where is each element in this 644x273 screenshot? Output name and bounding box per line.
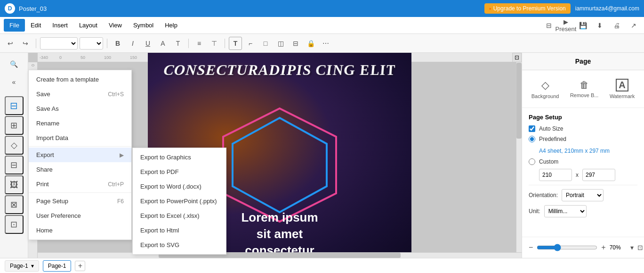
print-icon[interactable]: 🖨 <box>610 19 623 32</box>
save-icon[interactable]: 💾 <box>576 19 589 32</box>
page-setup-section: Page Setup Auto Size Predefined A4 sheet… <box>522 108 644 227</box>
export-to-graphics[interactable]: Export to Graphics <box>133 150 226 165</box>
crop-tool-button[interactable]: ⌐ <box>244 37 257 50</box>
bold-button[interactable]: B <box>111 37 124 50</box>
lock-button[interactable]: 🔒 <box>304 37 317 50</box>
export-to-pdf[interactable]: Export to PDF <box>133 165 226 179</box>
file-menu-home[interactable]: Home <box>29 223 131 238</box>
layers-sidebar-icon[interactable]: ⊟ <box>5 96 24 115</box>
zoom-out-button[interactable]: − <box>529 241 533 254</box>
file-menu-save[interactable]: Save Ctrl+S <box>29 87 131 101</box>
file-menu-import[interactable]: Import Data <box>29 131 131 145</box>
redo-button[interactable]: ↪ <box>19 37 32 50</box>
file-menu-share[interactable]: Share <box>29 162 131 177</box>
export-to-svg[interactable]: Export to SVG <box>133 238 226 252</box>
scroll-thumb-v <box>516 63 522 139</box>
right-panel: Page ◇ Background 🗑 Remove B... A Waterm… <box>522 53 644 258</box>
canvas-expand-button[interactable]: ⊡ <box>512 53 522 62</box>
pages-sidebar-icon[interactable]: ⊞ <box>5 116 24 135</box>
auto-size-label: Auto Size <box>539 125 563 132</box>
italic-button[interactable]: I <box>126 37 139 50</box>
unit-row: Unit: Millim... Inches Pixels <box>529 205 637 217</box>
file-menu-create-template[interactable]: Create from a template <box>29 72 131 87</box>
unit-select[interactable]: Millim... Inches Pixels <box>544 205 587 217</box>
export-to-excel[interactable]: Export to Excel (.xlsx) <box>133 208 226 223</box>
align-left-button[interactable]: ≡ <box>193 37 206 50</box>
toolbar-separator-3 <box>188 39 189 48</box>
vertical-scrollbar[interactable] <box>516 62 522 252</box>
file-menu: Create from a template Save Ctrl+S Save … <box>28 70 132 240</box>
present-button[interactable]: ▶ Present <box>559 19 572 32</box>
export-to-html[interactable]: Export to Html <box>133 223 226 238</box>
export-submenu: Export to Graphics Export to PDF Export … <box>132 148 226 255</box>
fullscreen-button[interactable]: ⊡ <box>637 241 643 254</box>
zoom-in-button[interactable]: + <box>601 241 605 254</box>
download-icon[interactable]: ⬇ <box>593 19 606 32</box>
zoom-dropdown-button[interactable]: ▾ <box>630 241 634 254</box>
font-size-select[interactable] <box>80 37 103 50</box>
svg-marker-1 <box>233 118 327 212</box>
add-page-button[interactable]: + <box>75 261 85 271</box>
undo-button[interactable]: ↩ <box>4 37 17 50</box>
orientation-select[interactable]: Portrait Landscape <box>562 189 604 201</box>
text-style-button[interactable]: T <box>171 37 185 50</box>
file-menu-rename[interactable]: Rename <box>29 116 131 131</box>
paper-size-badge[interactable]: A4 sheet, 210mm x 297 mm <box>539 146 637 155</box>
font-family-select[interactable] <box>40 37 78 50</box>
panel-icons-row: ◇ Background 🗑 Remove B... A Watermark <box>522 70 644 108</box>
watermark-panel-icon[interactable]: A Watermark <box>606 76 638 102</box>
width-input[interactable] <box>539 169 572 181</box>
more-button[interactable]: ⋯ <box>319 37 332 50</box>
align-top-button[interactable]: ⊤ <box>208 37 221 50</box>
monitor-icon[interactable]: ⊟ <box>542 19 555 32</box>
export-to-powerpoint[interactable]: Export to PowerPoint (.pptx) <box>133 194 226 208</box>
file-menu-export[interactable]: Export ▶ <box>29 148 131 162</box>
page-tab-selector[interactable]: Page-1 ▾ <box>5 260 39 272</box>
custom-row: Custom <box>529 158 637 165</box>
menu-layout[interactable]: Layout <box>73 19 103 32</box>
file-menu-save-as[interactable]: Save As <box>29 101 131 116</box>
auto-size-checkbox[interactable] <box>529 125 535 132</box>
text-tool-button[interactable]: T <box>229 37 242 50</box>
export-to-word[interactable]: Export to Word (.docx) <box>133 179 226 194</box>
share-icon[interactable]: ↗ <box>627 19 640 32</box>
svg-marker-0 <box>223 108 336 222</box>
menu-view[interactable]: View <box>103 19 128 32</box>
database-sidebar-icon[interactable]: ⊟ <box>5 156 24 174</box>
group-sidebar-icon[interactable]: ⊡ <box>5 215 24 234</box>
menu-insert[interactable]: Insert <box>47 19 73 32</box>
file-menu-user-preference[interactable]: User Preference <box>29 208 131 223</box>
toolbar-separator-1 <box>36 39 36 48</box>
custom-radio[interactable] <box>529 158 535 165</box>
unit-label: Unit: <box>529 208 540 215</box>
font-color-button[interactable]: A <box>156 37 169 50</box>
menu-edit[interactable]: Edit <box>25 19 47 32</box>
frame-button[interactable]: ◫ <box>274 37 287 50</box>
menu-symbol[interactable]: Symbol <box>128 19 159 32</box>
menu-file[interactable]: File <box>4 19 25 32</box>
underline-button[interactable]: U <box>141 37 154 50</box>
shadow-button[interactable]: □ <box>259 37 272 50</box>
zoom-slider[interactable] <box>537 244 597 251</box>
image-sidebar-icon[interactable]: 🖼 <box>5 175 24 194</box>
file-menu-print[interactable]: Print Ctrl+P <box>29 177 131 191</box>
remove-background-panel-icon[interactable]: 🗑 Remove B... <box>566 77 603 101</box>
upgrade-button[interactable]: Upgrade to Premium Version <box>484 3 571 14</box>
predefined-label: Predefined <box>539 136 566 142</box>
title-bar: D Poster_03 Upgrade to Premium Version i… <box>0 0 644 17</box>
menu-help[interactable]: Help <box>159 19 183 32</box>
horizontal-scrollbar[interactable] <box>38 252 522 258</box>
connect-sidebar-icon[interactable]: ⊠ <box>5 195 24 214</box>
background-panel-icon[interactable]: ◇ Background <box>528 76 563 102</box>
page-tab-page1[interactable]: Page-1 <box>43 260 72 272</box>
height-input[interactable] <box>582 169 615 181</box>
bottom-bar: Page-1 ▾ Page-1 + <box>0 258 644 273</box>
shapes-sidebar-icon[interactable]: ◇ <box>5 136 24 155</box>
align-button[interactable]: ⊟ <box>289 37 302 50</box>
file-menu-page-setup[interactable]: Page Setup F6 <box>29 194 131 208</box>
app-title: Poster_03 <box>19 5 47 12</box>
predefined-radio[interactable] <box>529 136 535 142</box>
search-button[interactable]: 🔍 <box>6 56 23 73</box>
menu-bar: File Edit Insert Layout View Symbol Help… <box>0 17 644 34</box>
collapse-button[interactable]: « <box>6 74 23 91</box>
